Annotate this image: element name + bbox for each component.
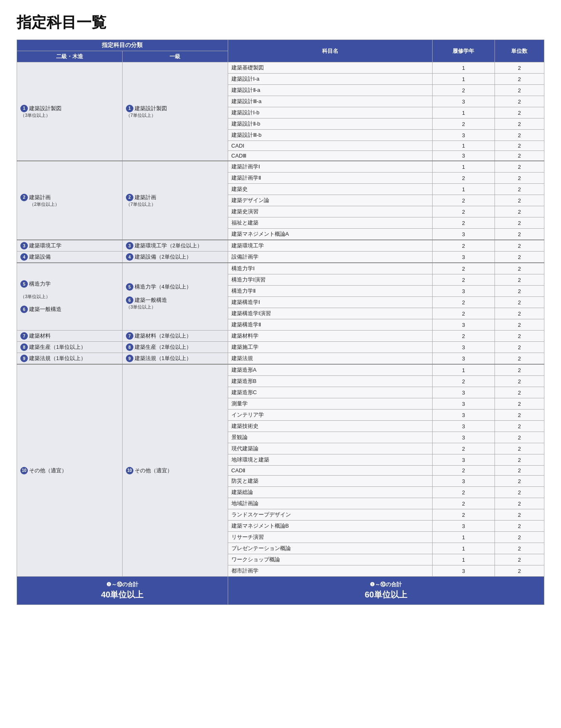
subject-credits: 2 — [495, 308, 544, 319]
subject-year: 3 — [433, 319, 495, 331]
nikyu-cat-10: 10その他（適宜） — [17, 364, 123, 577]
subject-credits: 2 — [495, 398, 544, 410]
subject-year: 2 — [433, 173, 495, 184]
subject-credits: 2 — [495, 476, 544, 487]
subject-name: CADⅠ — [228, 141, 433, 151]
subject-name: 建築造形A — [228, 364, 433, 376]
subject-name: CADⅢ — [228, 151, 433, 161]
subject-year: 2 — [433, 118, 495, 130]
subject-year: 3 — [433, 398, 495, 410]
subject-name: 建築デザイン論 — [228, 195, 433, 206]
subject-name: 建築環境工学 — [228, 240, 433, 252]
subject-name: 建築造形C — [228, 387, 433, 398]
subject-year: 2 — [433, 263, 495, 274]
subject-name: 構造力学Ⅰ — [228, 263, 433, 274]
subject-year: 2 — [433, 498, 495, 509]
ikkyu-cat-10: 10その他（適宜） — [122, 364, 228, 577]
subject-name: ランドスケープデザイン — [228, 509, 433, 521]
subject-year: 3 — [433, 229, 495, 240]
table-row: 5構造力学 （3単位以上） 6建築一般構造 5構造力学（4単位以上） 6建築一般… — [17, 263, 544, 274]
main-table: 指定科目の分類 科目名 履修学年 単位数 二級・木造 一級 1建築設計製図（3単… — [17, 39, 544, 605]
subject-year: 2 — [433, 509, 495, 521]
subject-year: 3 — [433, 353, 495, 365]
subject-name: 景観論 — [228, 432, 433, 443]
subject-credits: 2 — [495, 565, 544, 577]
header-category: 指定科目の分類 — [17, 40, 228, 51]
subject-credits: 2 — [495, 161, 544, 173]
subject-name: 建築設計Ⅲ-a — [228, 96, 433, 107]
subject-name: リサーチ演習 — [228, 532, 433, 543]
subject-year: 1 — [433, 364, 495, 376]
subject-year: 3 — [433, 387, 495, 398]
subject-name: インテリア学 — [228, 410, 433, 421]
header-subject: 科目名 — [228, 40, 433, 62]
subject-credits: 2 — [495, 319, 544, 331]
subject-credits: 2 — [495, 421, 544, 432]
subject-credits: 2 — [495, 454, 544, 466]
subject-name: 地球環境と建築 — [228, 454, 433, 466]
subject-year: 3 — [433, 432, 495, 443]
subject-credits: 2 — [495, 151, 544, 161]
subject-name: 建築造形B — [228, 376, 433, 387]
subject-name: 防災と建築 — [228, 476, 433, 487]
subject-credits: 2 — [495, 521, 544, 532]
ikkyu-cat-9: 9建築法規（1単位以上） — [122, 353, 228, 365]
subject-name: 建築構造学Ⅰ — [228, 297, 433, 308]
nikyu-cat-5: 5構造力学 （3単位以上） 6建築一般構造 — [17, 263, 123, 331]
subject-year: 2 — [433, 376, 495, 387]
subject-name: ワークショップ概論 — [228, 554, 433, 565]
subject-credits: 2 — [495, 554, 544, 565]
subject-credits: 2 — [495, 206, 544, 217]
subject-name: 建築計画学Ⅱ — [228, 173, 433, 184]
subject-year: 2 — [433, 443, 495, 454]
subject-year: 3 — [433, 565, 495, 577]
subject-name: 地域計画論 — [228, 498, 433, 509]
header-year: 履修学年 — [433, 40, 495, 62]
subject-year: 1 — [433, 107, 495, 118]
subject-year: 2 — [433, 217, 495, 229]
table-row: 2建築計画（2単位以上） 2建築計画（7単位以上） 建築計画学Ⅰ 1 2 — [17, 161, 544, 173]
nikyu-footer: ❶～⑩の合計 40単位以上 — [17, 577, 228, 605]
subject-name: 建築マネジメント概論B — [228, 521, 433, 532]
table-row: 10その他（適宜） 10その他（適宜） 建築造形A 1 2 — [17, 364, 544, 376]
ikkyu-footer: ❶～⑩の合計 60単位以上 — [228, 577, 544, 605]
table-row: 8建築生産（1単位以上） 8建築生産（2単位以上） 建築施工学 3 2 — [17, 342, 544, 353]
subject-name: CADⅡ — [228, 466, 433, 476]
ikkyu-cat-3: 3建築環境工学（2単位以上） — [122, 240, 228, 252]
subject-year: 2 — [433, 331, 495, 342]
subject-credits: 2 — [495, 331, 544, 342]
subject-name: 都市計画学 — [228, 565, 433, 577]
subject-year: 1 — [433, 161, 495, 173]
table-row: 7建築材料 7建築材料（2単位以上） 建築材料学 2 2 — [17, 331, 544, 342]
subject-credits: 2 — [495, 184, 544, 195]
subject-credits: 2 — [495, 297, 544, 308]
table-row: 9建築法規（1単位以上） 9建築法規（1単位以上） 建築法規 3 2 — [17, 353, 544, 365]
subject-name: 建築施工学 — [228, 342, 433, 353]
subject-credits: 2 — [495, 443, 544, 454]
subject-year: 2 — [433, 195, 495, 206]
page-title: 指定科目一覧 — [17, 12, 544, 33]
subject-year: 2 — [433, 240, 495, 252]
subject-name: 測量学 — [228, 398, 433, 410]
subject-name: 設備計画学 — [228, 252, 433, 263]
subject-name: 建築材料学 — [228, 331, 433, 342]
subject-year: 2 — [433, 85, 495, 96]
subject-name: プレゼンテーション概論 — [228, 543, 433, 554]
nikyu-cat-8: 8建築生産（1単位以上） — [17, 342, 123, 353]
subject-credits: 2 — [495, 353, 544, 365]
footer-row: ❶～⑩の合計 40単位以上 ❶～⑩の合計 60単位以上 — [17, 577, 544, 605]
subject-credits: 2 — [495, 217, 544, 229]
ikkyu-cat-4: 4建築設備（2単位以上） — [122, 252, 228, 263]
subject-name: 建築基礎製図 — [228, 62, 433, 74]
subject-year: 1 — [433, 554, 495, 565]
ikkyu-cat-8: 8建築生産（2単位以上） — [122, 342, 228, 353]
subject-credits: 2 — [495, 62, 544, 74]
subject-credits: 2 — [495, 118, 544, 130]
table-row: 4建築設備 4建築設備（2単位以上） 設備計画学 3 2 — [17, 252, 544, 263]
nikyu-cat-9: 9建築法規（1単位以上） — [17, 353, 123, 365]
ikkyu-cat-5: 5構造力学（4単位以上） 6建築一般構造（3単位以上） — [122, 263, 228, 331]
subject-year: 3 — [433, 342, 495, 353]
subject-credits: 2 — [495, 410, 544, 421]
subject-credits: 2 — [495, 543, 544, 554]
subject-credits: 2 — [495, 532, 544, 543]
